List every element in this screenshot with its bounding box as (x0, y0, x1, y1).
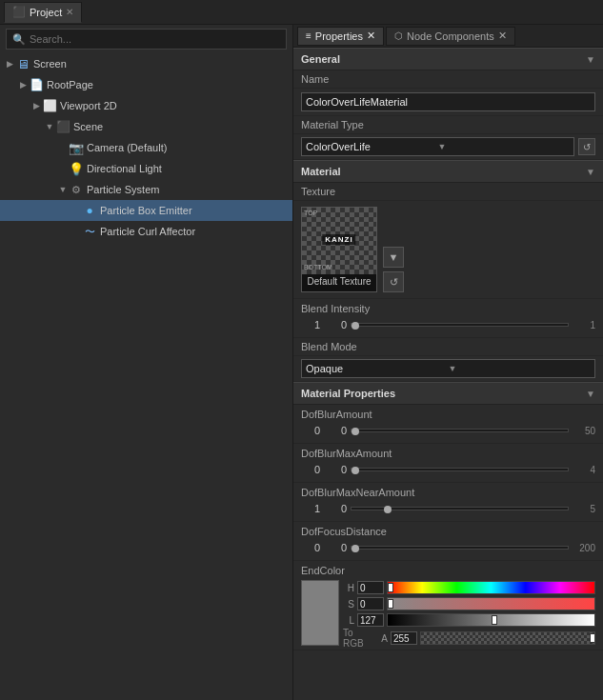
blend-intensity-track[interactable] (351, 323, 569, 327)
doffocusdistance-row: 0 0 200 (301, 539, 595, 556)
dofblurmaxnearamount-thumb (384, 506, 392, 513)
texture-reset-button[interactable]: ↺ (383, 271, 404, 292)
material-type-dropdown[interactable]: ColorOverLife ▼ (301, 137, 574, 156)
tree-item-curlemitter[interactable]: 〜 Particle Curl Affector (0, 221, 292, 242)
viewport-icon: ⬜ (42, 98, 57, 113)
tree-arrow-rootpage: ▶ (17, 80, 29, 90)
to-rgb-row: To RGB A (343, 630, 595, 646)
sat-thumb (388, 599, 393, 609)
name-label: Name (293, 70, 603, 89)
tree-arrow-viewport: ▶ (30, 101, 42, 110)
name-input-row (293, 89, 603, 116)
material-type-row: ColorOverLife ▼ ↺ (293, 134, 603, 160)
blend-intensity-row: 1 0 1 (301, 316, 595, 333)
general-section-header[interactable]: General ▼ (293, 48, 603, 70)
sat-bar[interactable] (387, 597, 595, 610)
dofblurmaxamount-thumb (352, 467, 359, 474)
dofbluramount-val: 0 (324, 425, 347, 436)
curl-icon: 〜 (82, 224, 97, 239)
blend-mode-dropdown[interactable]: Opaque ▼ (301, 359, 595, 378)
tree-item-camera[interactable]: 📷 Camera (Default) (0, 137, 292, 158)
material-section-header[interactable]: Material ▼ (293, 160, 603, 183)
project-tab[interactable]: ⬛ Project ✕ (4, 2, 82, 23)
properties-tab-icon: ≡ (306, 30, 312, 41)
general-section-title: General (301, 53, 340, 65)
tree-item-boxemitter[interactable]: ● Particle Box Emitter (0, 200, 292, 221)
tree-label-camera: Camera (Default) (87, 142, 167, 153)
project-tab-close[interactable]: ✕ (66, 7, 73, 17)
texture-row: TOP KANZI BOTTOM Default Texture ▼ ↺ (293, 201, 603, 299)
material-type-reset-button[interactable]: ↺ (578, 138, 595, 155)
tree-item-particlesystem[interactable]: ▼ ⚙ Particle System (0, 179, 292, 200)
name-input[interactable] (301, 92, 595, 111)
tree-item-screen[interactable]: ▶ 🖥 Screen (0, 53, 292, 74)
material-type-label: Material Type (293, 116, 603, 134)
blend-mode-value: Opaque (306, 363, 449, 374)
blend-intensity-section: Blend Intensity 1 0 1 (293, 299, 603, 338)
texture-top-label: TOP (304, 210, 317, 216)
texture-label: Texture (293, 183, 603, 201)
search-bar[interactable]: 🔍 (6, 29, 287, 50)
tree-item-dirlight[interactable]: 💡 Directional Light (0, 158, 292, 179)
doffocusdistance-max: 200 (573, 543, 595, 553)
tree-item-viewport2d[interactable]: ▶ ⬜ Viewport 2D (0, 95, 292, 116)
materialprops-section-header[interactable]: Material Properties ▼ (293, 382, 603, 405)
dofblurmaxamount-label: DofBlurMaxAmount (301, 448, 595, 459)
project-tree: ▶ 🖥 Screen ▶ 📄 RootPage ▶ ⬜ Viewport 2D (0, 53, 292, 700)
project-tab-label: Project (30, 7, 62, 18)
tree-arrow-particles: ▼ (57, 185, 69, 194)
blend-intensity-max: 1 (573, 320, 595, 330)
material-type-value: ColorOverLife (306, 141, 438, 152)
channel-input-a[interactable] (391, 631, 417, 645)
endcolor-swatch[interactable] (301, 580, 339, 646)
properties-tab[interactable]: ≡ Properties ✕ (297, 27, 384, 46)
tree-label-screen: Screen (33, 58, 67, 70)
texture-dropdown-button[interactable]: ▼ (383, 247, 404, 268)
tree-label-rootpage: RootPage (47, 79, 93, 90)
dofbluramount-label: DofBlurAmount (301, 409, 595, 420)
materialprops-chevron-icon: ▼ (586, 389, 595, 399)
channel-input-s[interactable] (357, 597, 384, 610)
nodecomponents-tab[interactable]: ⬡ Node Components ✕ (386, 27, 515, 46)
alpha-bar[interactable] (420, 631, 595, 645)
tree-item-scene[interactable]: ▼ ⬛ Scene (0, 116, 292, 137)
texture-container: TOP KANZI BOTTOM Default Texture ▼ ↺ (301, 207, 595, 292)
main-content: 🔍 ▶ 🖥 Screen ▶ 📄 RootPage ▶ (0, 25, 603, 700)
lig-bar[interactable] (387, 613, 595, 627)
nodecomponents-tab-close[interactable]: ✕ (498, 30, 507, 42)
texture-preview[interactable]: TOP KANZI BOTTOM Default Texture (301, 207, 377, 292)
dofblurmaxamount-track[interactable] (351, 468, 569, 471)
tree-label-dirlight: Directional Light (87, 163, 162, 174)
dofblurmaxnearamount-track[interactable] (351, 507, 569, 510)
texture-controls: ▼ ↺ (383, 247, 404, 292)
channel-label-h: H (343, 583, 354, 593)
properties-tab-close[interactable]: ✕ (367, 30, 375, 42)
search-input[interactable] (30, 33, 280, 45)
blend-intensity-thumb (352, 322, 359, 330)
properties-tab-label: Properties (315, 30, 363, 42)
doffocusdistance-track[interactable] (351, 546, 569, 550)
materialprops-section-title: Material Properties (301, 388, 395, 399)
hue-bar[interactable] (387, 581, 595, 594)
blend-mode-arrow-icon: ▼ (449, 364, 592, 373)
tree-item-rootpage[interactable]: ▶ 📄 RootPage (0, 74, 292, 95)
right-tab-bar: ≡ Properties ✕ ⬡ Node Components ✕ (293, 25, 603, 48)
channel-row-h: H (343, 580, 595, 595)
tree-label-particlesystem: Particle System (87, 184, 159, 195)
hue-thumb (388, 583, 393, 592)
doffocusdistance-val: 0 (324, 542, 347, 553)
general-chevron-icon: ▼ (586, 54, 595, 65)
dofbluramount-thumb (352, 428, 359, 435)
to-rgb-label: To RGB (343, 628, 373, 649)
left-panel: 🔍 ▶ 🖥 Screen ▶ 📄 RootPage ▶ (0, 25, 293, 700)
channel-input-h[interactable] (357, 581, 384, 594)
material-section-title: Material (301, 166, 341, 177)
doffocusdistance-label: DofFocusDistance (301, 526, 595, 537)
blend-mode-label: Blend Mode (293, 338, 603, 356)
dofbluramount-left: 0 (301, 425, 320, 436)
dofbluramount-track[interactable] (351, 429, 569, 432)
camera-icon: 📷 (69, 140, 84, 155)
nodecomponents-tab-icon: ⬡ (394, 30, 403, 41)
channel-input-l[interactable] (357, 613, 384, 627)
dofblurmaxnearamount-section: DofBlurMaxNearAmount 1 0 5 (293, 483, 603, 522)
